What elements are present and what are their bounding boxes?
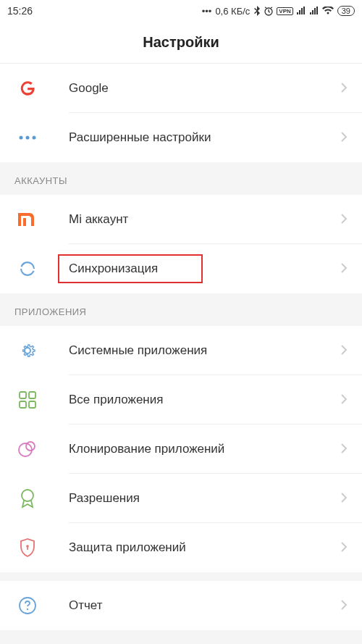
status-right: ••• 0,6 КБ/с VPN 39	[202, 6, 355, 17]
accounts-list: Mi аккаунт Синхронизация	[0, 195, 362, 293]
top-list: Google Расширенные настройки	[0, 64, 362, 162]
svg-rect-6	[20, 401, 26, 408]
status-time: 15:26	[7, 5, 33, 17]
svg-point-14	[27, 609, 28, 610]
signal-icon-1	[296, 7, 306, 15]
chevron-right-icon	[340, 212, 348, 228]
gear-icon	[14, 338, 41, 364]
status-bar: 15:26 ••• 0,6 КБ/с VPN 39	[0, 0, 362, 22]
item-label: Разрешения	[69, 491, 340, 506]
page-title: Настройки	[0, 22, 362, 64]
item-label: Все приложения	[69, 393, 340, 407]
vpn-icon: VPN	[277, 7, 292, 15]
svg-point-3	[33, 136, 36, 140]
item-app-protection[interactable]: Защита приложений	[0, 523, 362, 572]
chevron-right-icon	[340, 392, 348, 409]
battery-icon: 39	[337, 6, 355, 16]
item-label: Защита приложений	[69, 540, 340, 555]
sync-icon	[14, 256, 41, 282]
item-label: Системные приложения	[69, 343, 340, 358]
chevron-right-icon	[340, 441, 348, 458]
svg-rect-5	[29, 392, 35, 398]
item-sync[interactable]: Синхронизация	[0, 244, 362, 293]
clone-icon	[14, 436, 41, 462]
mi-icon	[14, 206, 41, 233]
wifi-icon	[322, 7, 334, 15]
google-icon	[14, 75, 41, 101]
item-label: Отчет	[69, 598, 340, 613]
item-mi-account[interactable]: Mi аккаунт	[0, 195, 362, 244]
svg-rect-12	[27, 547, 28, 550]
svg-point-1	[20, 136, 23, 140]
report-list: Отчет	[0, 581, 362, 630]
item-label: Клонирование приложений	[69, 442, 340, 456]
item-all-apps[interactable]: Все приложения	[0, 375, 362, 425]
more-icon	[14, 125, 41, 151]
alarm-icon	[264, 6, 274, 16]
item-label: Расширенные настройки	[69, 130, 340, 145]
signal-icon-2	[309, 7, 319, 15]
bluetooth-icon	[253, 6, 261, 16]
item-report[interactable]: Отчет	[0, 581, 362, 630]
shield-lock-icon	[14, 535, 41, 561]
status-icons: VPN	[253, 6, 333, 16]
svg-rect-7	[29, 401, 35, 408]
badge-icon	[14, 485, 41, 511]
chevron-right-icon	[340, 343, 348, 359]
item-system-apps[interactable]: Системные приложения	[0, 326, 362, 375]
chevron-right-icon	[340, 598, 348, 614]
chevron-right-icon	[340, 80, 348, 97]
svg-point-8	[19, 443, 32, 456]
item-label: Google	[69, 81, 340, 96]
chevron-right-icon	[340, 540, 348, 556]
chevron-right-icon	[340, 130, 348, 146]
question-icon	[14, 593, 41, 619]
svg-point-10	[22, 490, 33, 501]
chevron-right-icon	[340, 490, 348, 507]
apps-grid-icon	[14, 387, 41, 413]
item-permissions[interactable]: Разрешения	[0, 474, 362, 523]
item-label: Mi аккаунт	[69, 212, 340, 227]
status-speed: 0,6 КБ/с	[215, 6, 250, 17]
status-dots: •••	[202, 6, 212, 17]
accounts-header: АККАУНТЫ	[0, 162, 362, 195]
item-google[interactable]: Google	[0, 64, 362, 113]
item-advanced[interactable]: Расширенные настройки	[0, 113, 362, 162]
item-clone-apps[interactable]: Клонирование приложений	[0, 425, 362, 474]
svg-point-2	[26, 136, 30, 140]
apps-list: Системные приложения Все приложения Клон…	[0, 326, 362, 572]
apps-header: ПРИЛОЖЕНИЯ	[0, 293, 362, 326]
svg-rect-4	[20, 392, 26, 398]
item-label: Синхронизация	[69, 262, 340, 276]
spacer	[0, 572, 362, 581]
chevron-right-icon	[340, 261, 348, 277]
